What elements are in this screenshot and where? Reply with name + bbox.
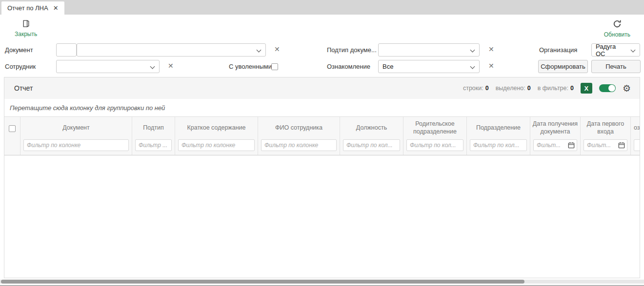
- chevron-down-icon: [631, 48, 636, 53]
- tab-title: Отчет по ЛНА: [7, 4, 48, 12]
- horizontal-scrollbar[interactable]: [0, 280, 644, 284]
- filter-row-2: Сотрудник ✕ С уволенными Ознакомление Вс…: [0, 58, 644, 75]
- column-header-first-login-date[interactable]: Дата первого входа: [581, 117, 630, 139]
- column-parent-department: Родительское подразделение: [403, 117, 467, 155]
- doc-subtype-clear-icon[interactable]: ✕: [488, 46, 494, 53]
- filter-input-position[interactable]: [343, 139, 400, 151]
- column-header-document[interactable]: Документ: [20, 117, 132, 139]
- column-document: Документ: [20, 117, 132, 155]
- report-title: Отчет: [14, 84, 33, 92]
- refresh-icon: [613, 19, 622, 30]
- print-button[interactable]: Печать: [591, 60, 641, 73]
- table-header: Документ Подтип Краткое содержание ФИО с…: [4, 116, 640, 155]
- tab-close-icon[interactable]: ✕: [53, 5, 59, 11]
- doc-subtype-select[interactable]: [378, 43, 480, 57]
- filter-input-employee-name[interactable]: [261, 139, 337, 151]
- tab-report-lna[interactable]: Отчет по ЛНА ✕: [1, 1, 64, 15]
- column-position: Должность: [340, 117, 403, 155]
- employee-clear-icon[interactable]: ✕: [168, 62, 174, 69]
- select-all-column: [4, 117, 20, 155]
- column-header-parent-department[interactable]: Родительское подразделение: [403, 117, 466, 139]
- column-subtype: Подтип: [132, 117, 175, 155]
- column-header-position[interactable]: Должность: [340, 117, 403, 139]
- gear-icon[interactable]: ⚙: [623, 84, 631, 93]
- report-panel-header: Отчет строки: 0 выделено: 0 в фильтре: 0…: [4, 77, 640, 99]
- generate-button[interactable]: Сформировать: [538, 60, 588, 73]
- filter-input-subtype[interactable]: [135, 139, 172, 151]
- chevron-down-icon: [257, 48, 262, 53]
- refresh-button[interactable]: Обновить: [601, 19, 633, 39]
- organization-select[interactable]: Радуга ОС: [591, 43, 640, 57]
- refresh-button-label: Обновить: [604, 31, 630, 38]
- group-by-drop-zone[interactable]: Перетащите сюда колонку для группировки …: [4, 99, 640, 116]
- column-acquaintance: озн: [631, 117, 640, 155]
- with-dismissed-label: С уволенными: [229, 63, 272, 70]
- doc-subtype-label: Подтип докуме...: [327, 46, 377, 54]
- close-button[interactable]: Закрыть: [12, 19, 40, 38]
- column-document-received-date: Дата получения документа: [530, 117, 581, 155]
- chevron-down-icon: [470, 48, 475, 53]
- select-all-checkbox[interactable]: [9, 125, 16, 132]
- acquaintance-label: Ознакомление: [327, 63, 370, 70]
- employee-select[interactable]: [56, 60, 160, 73]
- acquaintance-select-value: Все: [382, 63, 393, 70]
- report-panel: Отчет строки: 0 выделено: 0 в фильтре: 0…: [4, 77, 640, 278]
- calendar-icon[interactable]: [568, 142, 575, 149]
- chevron-down-icon: [150, 64, 155, 69]
- organization-label: Организация: [539, 46, 577, 54]
- document-select[interactable]: [77, 43, 266, 57]
- rows-count: строки: 0: [463, 85, 489, 92]
- column-header-document-received-date[interactable]: Дата получения документа: [530, 117, 580, 139]
- filter-row-1: Документ ✕ Подтип докуме... ✕ Организаци…: [0, 42, 644, 58]
- acquaintance-clear-icon[interactable]: ✕: [488, 62, 494, 69]
- column-header-subtype[interactable]: Подтип: [132, 117, 175, 139]
- horizontal-scrollbar-thumb[interactable]: [1, 280, 524, 284]
- app-window: Отчет по ЛНА ✕ Закрыть Обновить: [0, 0, 644, 286]
- column-header-department[interactable]: Подразделение: [467, 117, 530, 139]
- employee-label: Сотрудник: [5, 63, 36, 70]
- document-code-input[interactable]: [56, 43, 77, 57]
- document-label: Документ: [5, 46, 33, 54]
- filter-input-department[interactable]: [470, 139, 527, 151]
- document-clear-icon[interactable]: ✕: [274, 46, 280, 53]
- exit-door-icon: [22, 19, 30, 29]
- column-first-login-date: Дата первого входа: [581, 117, 631, 155]
- column-header-summary[interactable]: Краткое содержание: [175, 117, 258, 139]
- close-button-label: Закрыть: [15, 31, 37, 38]
- columns-toggle[interactable]: [599, 84, 616, 92]
- acquaintance-select[interactable]: Все: [378, 60, 480, 73]
- selected-count: выделено: 0: [496, 85, 531, 92]
- excel-export-button[interactable]: X: [581, 83, 592, 94]
- filter-input-acquaintance[interactable]: [634, 139, 640, 151]
- column-summary: Краткое содержание: [175, 117, 258, 155]
- column-header-acquaintance[interactable]: озн: [631, 117, 640, 139]
- in-filter-count: в фильтре: 0: [538, 85, 574, 92]
- organization-select-value: Радуга ОС: [596, 43, 627, 57]
- toggle-knob: [608, 85, 615, 92]
- column-department: Подразделение: [467, 117, 530, 155]
- chevron-down-icon: [470, 64, 475, 69]
- report-stats: строки: 0 выделено: 0 в фильтре: 0 X ⚙: [463, 83, 631, 94]
- filter-input-summary[interactable]: [178, 139, 255, 151]
- tab-bar: Отчет по ЛНА ✕: [0, 0, 644, 15]
- column-employee-name: ФИО сотрудника: [258, 117, 340, 155]
- toolbar: Закрыть Обновить: [0, 15, 644, 42]
- filter-input-document[interactable]: [23, 139, 129, 151]
- column-header-employee-name[interactable]: ФИО сотрудника: [258, 117, 340, 139]
- table-body: [4, 155, 640, 278]
- with-dismissed-checkbox[interactable]: [271, 63, 278, 70]
- filter-input-parent-department[interactable]: [406, 139, 463, 151]
- calendar-icon[interactable]: [618, 142, 625, 149]
